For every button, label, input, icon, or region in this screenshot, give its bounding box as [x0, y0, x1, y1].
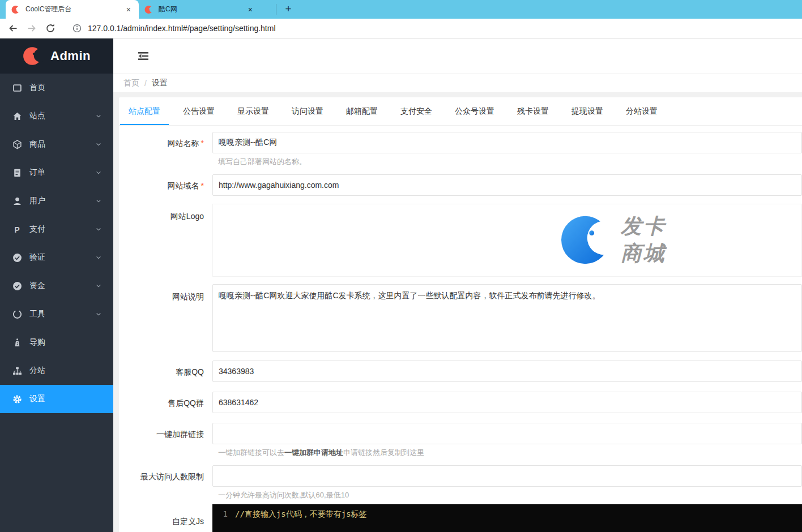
sidebar-item-funds[interactable]: 资金: [0, 272, 113, 300]
site-logo-preview[interactable]: 发卡 商城: [212, 204, 802, 277]
field-service-qq: 客服QQ: [119, 361, 802, 383]
tab-divider: [276, 4, 276, 15]
settings-tab-9[interactable]: 分站设置: [617, 97, 666, 125]
field-group-link: 一键加群链接 一键加群链接可以去一键加群申请地址申请链接然后复制到这里: [119, 423, 802, 465]
forward-icon[interactable]: [26, 23, 37, 34]
site-domain-input[interactable]: [212, 174, 802, 196]
sidebar-menu: 首页 站点 商品 订单 用户 支付 验证 资金 工具 导购: [0, 74, 113, 413]
sidebar-item-label: 首页: [29, 83, 45, 93]
sidebar-item-goods[interactable]: 商品: [0, 130, 113, 158]
breadcrumb-separator: /: [144, 79, 147, 88]
settings-tab-1[interactable]: 公告设置: [174, 97, 223, 125]
settings-tab-5[interactable]: 支付安全: [392, 97, 441, 125]
breadcrumb-home[interactable]: 首页: [123, 78, 139, 88]
tab-label: 提现设置: [571, 106, 603, 115]
settings-tabs: 站点配置公告设置显示设置访问设置邮箱配置支付安全公众号设置残卡设置提现设置分站设…: [119, 97, 802, 126]
collapse-sidebar-icon[interactable]: [138, 52, 149, 61]
field-aftersale-qq: 售后QQ群: [119, 392, 802, 414]
sidebar-item-label: 支付: [29, 224, 45, 234]
settings-tab-4[interactable]: 邮箱配置: [338, 97, 386, 125]
sidebar-item-label: 工具: [29, 309, 45, 319]
back-icon[interactable]: [7, 23, 19, 34]
field-help: 填写自己部署网站的名称。: [212, 157, 802, 167]
page-info-icon[interactable]: [72, 23, 82, 33]
paypal-icon: [12, 225, 22, 234]
sidebar-item-guide[interactable]: 导购: [0, 328, 113, 357]
coolc-favicon: [11, 5, 20, 14]
field-site-name: 网站名称* 填写自己部署网站的名称。: [119, 132, 802, 174]
brand-text: 发卡 商城: [621, 213, 666, 267]
new-tab-button[interactable]: +: [281, 2, 296, 16]
group-link-input[interactable]: [212, 423, 802, 444]
field-label: 客服QQ: [176, 367, 204, 376]
site-name-input[interactable]: [212, 132, 802, 153]
browser-tabstrip: CoolC管理后台 × 酷C网 × +: [0, 0, 802, 19]
url-bar[interactable]: 127.0.0.1/admin/index.html#/page/setting…: [88, 24, 276, 33]
user-icon: [12, 196, 22, 206]
close-tab-icon[interactable]: ×: [246, 5, 255, 14]
chevron-down-icon: [95, 198, 102, 204]
field-label: 最大访问人数限制: [140, 472, 204, 481]
sidebar-item-substation[interactable]: 分站: [0, 357, 113, 385]
browser-tab-active[interactable]: CoolC管理后台 ×: [6, 0, 139, 19]
close-tab-icon[interactable]: ×: [124, 5, 133, 14]
tab-label: 公众号设置: [455, 106, 494, 115]
field-label: 网站域名: [168, 181, 199, 190]
field-max-visit: 最大访问人数限制 一分钟允许最高访问次数,默认60,最低10: [119, 465, 802, 504]
tab-label: 显示设置: [237, 106, 269, 115]
tab-label: 访问设置: [292, 106, 323, 115]
settings-card: 站点配置公告设置显示设置访问设置邮箱配置支付安全公众号设置残卡设置提现设置分站设…: [119, 97, 802, 532]
sidebar-item-payment[interactable]: 支付: [0, 215, 113, 243]
sidebar-item-home[interactable]: 首页: [0, 74, 113, 102]
sidebar-item-label: 验证: [29, 252, 45, 263]
service-qq-input[interactable]: [212, 361, 802, 382]
sidebar-item-label: 分站: [29, 366, 45, 376]
tab-label: 残卡设置: [517, 106, 549, 115]
browser-toolbar: 127.0.0.1/admin/index.html#/page/setting…: [0, 19, 802, 38]
field-label: 网站名称: [168, 139, 199, 148]
aftersale-qq-input[interactable]: [212, 392, 802, 413]
settings-tab-3[interactable]: 访问设置: [283, 97, 332, 125]
chevron-down-icon: [95, 282, 102, 289]
coolc-logo-icon: [23, 46, 43, 66]
breadcrumb: 首页 / 设置: [113, 74, 802, 92]
custom-js-editor[interactable]: 1 //直接输入js代码，不要带有js标签: [212, 504, 802, 532]
field-label: 自定义Js: [172, 517, 204, 526]
sidebar-item-verify[interactable]: 验证: [0, 243, 113, 272]
sidebar-item-label: 用户: [29, 196, 45, 206]
tab-label: 公告设置: [183, 106, 215, 115]
settings-tab-7[interactable]: 残卡设置: [509, 97, 557, 125]
settings-tab-6[interactable]: 公众号设置: [446, 97, 503, 125]
coolc-favicon: [144, 5, 153, 14]
tab-label: 分站设置: [626, 106, 658, 115]
settings-tab-8[interactable]: 提现设置: [563, 97, 612, 125]
apply-address-link[interactable]: 一键加群申请地址: [284, 448, 343, 457]
sidebar-item-label: 设置: [29, 394, 45, 404]
required-asterisk: *: [201, 139, 204, 148]
field-label: 网站Logo: [170, 212, 204, 221]
reload-icon[interactable]: [45, 23, 56, 34]
browser-tab-inactive[interactable]: 酷C网 ×: [139, 0, 261, 19]
max-visit-input[interactable]: [212, 465, 802, 487]
field-label: 售后QQ群: [168, 398, 204, 407]
editor-code-line: //直接输入js代码，不要带有js标签: [235, 509, 367, 532]
sidebar-item-tools[interactable]: 工具: [0, 300, 113, 328]
site-desc-textarea[interactable]: 嘎嘎亲测--酷C网欢迎大家使用酷C发卡系统，这里内置了一些默认配置内容，软件正式…: [212, 284, 802, 352]
circle-notch-icon: [12, 310, 22, 319]
chevron-down-icon: [95, 226, 102, 233]
editor-line-number: 1: [212, 509, 235, 532]
settings-tab-0[interactable]: 站点配置: [120, 97, 169, 125]
house-icon: [12, 111, 22, 121]
field-help: 一分钟允许最高访问次数,默认60,最低10: [212, 490, 802, 500]
field-label: 一键加群链接: [156, 430, 204, 439]
chevron-down-icon: [95, 113, 102, 119]
sidebar-logo: Admin: [0, 38, 113, 74]
sidebar-item-settings[interactable]: 设置: [0, 385, 113, 413]
faka-brand-logo: 发卡 商城: [561, 212, 666, 268]
chevron-down-icon: [95, 141, 102, 148]
sidebar-item-orders[interactable]: 订单: [0, 158, 113, 187]
sidebar-item-label: 订单: [29, 168, 45, 178]
settings-tab-2[interactable]: 显示设置: [229, 97, 278, 125]
sidebar-item-users[interactable]: 用户: [0, 187, 113, 215]
sidebar-item-site[interactable]: 站点: [0, 102, 113, 130]
